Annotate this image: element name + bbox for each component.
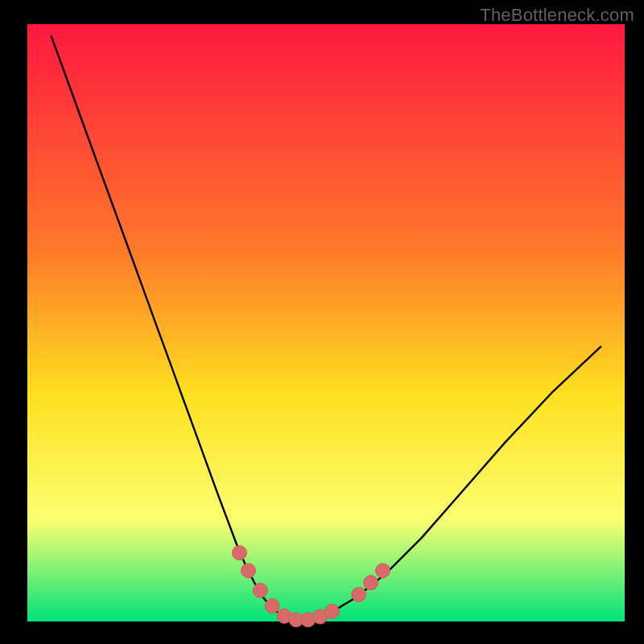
marker-point: [324, 604, 339, 618]
bottleneck-chart: [0, 0, 644, 644]
marker-point: [265, 599, 279, 613]
marker-point: [232, 546, 246, 560]
marker-point: [242, 564, 256, 578]
marker-point: [376, 564, 390, 578]
plot-background: [27, 24, 625, 621]
marker-point: [253, 583, 267, 597]
marker-point: [352, 588, 366, 602]
chart-container: { "watermark": "TheBottleneck.com", "col…: [0, 0, 644, 644]
watermark-text: TheBottleneck.com: [480, 5, 634, 26]
marker-point: [364, 576, 378, 590]
